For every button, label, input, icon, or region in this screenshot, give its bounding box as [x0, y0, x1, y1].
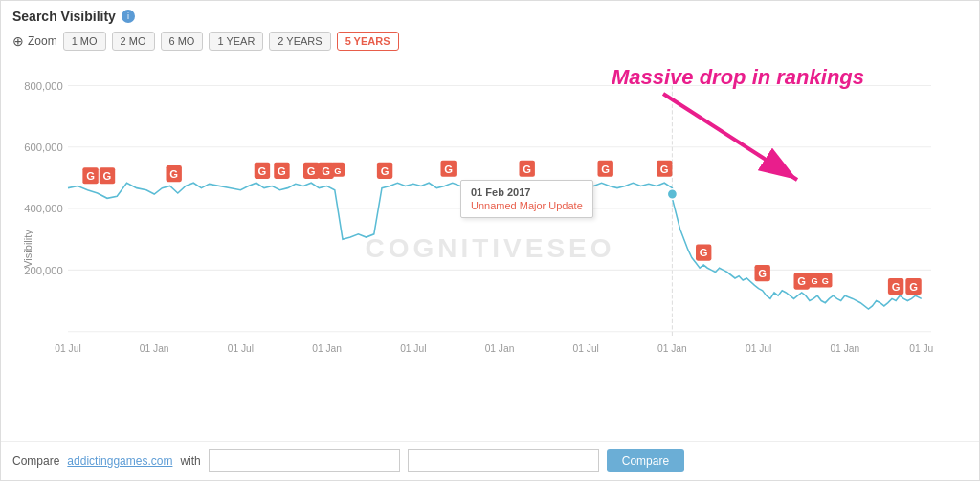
zoom-label: ⊕ Zoom — [12, 33, 57, 49]
compare-input-2[interactable] — [408, 449, 599, 472]
svg-text:01 Ju: 01 Ju — [909, 343, 933, 354]
time-btn-2mo[interactable]: 2 MO — [112, 32, 155, 51]
g-badge-4[interactable]: G — [255, 163, 270, 179]
footer: Compare addictinggames.com with Compare — [1, 441, 979, 480]
svg-text:G: G — [700, 247, 708, 258]
time-btn-2years[interactable]: 2 YEARS — [269, 32, 330, 51]
svg-point-63 — [667, 189, 677, 200]
time-btn-1year[interactable]: 1 YEAR — [209, 32, 263, 51]
tooltip-label: Unnamed Major Update — [471, 200, 583, 211]
g-badge-5[interactable]: G — [274, 163, 289, 179]
g-badge-18[interactable]: G — [818, 273, 832, 288]
svg-text:01 Jul: 01 Jul — [400, 343, 426, 354]
svg-text:G: G — [797, 275, 806, 287]
svg-text:01 Jan: 01 Jan — [485, 343, 515, 354]
main-container: Search Visibility i ⊕ Zoom 1 MO 2 MO 6 M… — [0, 0, 980, 481]
svg-text:600,000: 600,000 — [24, 142, 63, 153]
g-badge-3[interactable]: G — [167, 165, 182, 182]
svg-text:01 Jan: 01 Jan — [312, 343, 342, 354]
svg-text:01 Jan: 01 Jan — [657, 343, 687, 354]
g-badge-19[interactable]: G — [888, 278, 903, 295]
svg-text:G: G — [660, 163, 669, 174]
g-badge-10[interactable]: G — [441, 161, 457, 177]
header: Search Visibility i — [1, 1, 979, 28]
svg-text:400,000: 400,000 — [24, 203, 63, 214]
chart-area: Visibility COGNITIVESEO Massive drop in … — [1, 55, 979, 441]
toolbar: ⊕ Zoom 1 MO 2 MO 6 MO 1 YEAR 2 YEARS 5 Y… — [1, 28, 979, 55]
compare-label: Compare — [12, 454, 59, 468]
svg-text:G: G — [909, 281, 918, 293]
with-label: with — [180, 454, 200, 468]
g-badge-16[interactable]: G — [794, 273, 810, 290]
compare-button[interactable]: Compare — [607, 449, 684, 472]
svg-text:01 Jan: 01 Jan — [830, 343, 859, 354]
svg-text:G: G — [811, 275, 817, 286]
chart-svg: 800,000 600,000 400,000 200,000 01 Jul 0… — [68, 65, 931, 393]
time-btn-5years[interactable]: 5 YEARS — [337, 32, 399, 51]
svg-text:01 Jul: 01 Jul — [228, 343, 254, 354]
svg-text:G: G — [169, 168, 178, 180]
svg-text:G: G — [892, 281, 901, 293]
annotation-text: Massive drop in rankings — [612, 65, 864, 90]
svg-text:01 Jul: 01 Jul — [573, 343, 599, 354]
g-badge-13[interactable]: G — [657, 161, 672, 177]
svg-text:G: G — [103, 170, 112, 182]
tooltip-box: 01 Feb 2017 Unnamed Major Update — [460, 180, 593, 218]
svg-text:G: G — [258, 164, 267, 176]
svg-text:G: G — [278, 164, 286, 176]
time-btn-1mo[interactable]: 1 MO — [63, 32, 106, 51]
svg-text:G: G — [334, 164, 341, 175]
svg-text:800,000: 800,000 — [24, 80, 63, 92]
svg-text:01 Jul: 01 Jul — [55, 343, 80, 354]
info-icon[interactable]: i — [122, 10, 135, 23]
svg-text:G: G — [444, 163, 453, 174]
g-badge-20[interactable]: G — [905, 278, 921, 295]
time-btn-6mo[interactable]: 6 MO — [161, 32, 204, 51]
zoom-icon: ⊕ — [12, 33, 24, 49]
g-badge-2[interactable]: G — [100, 167, 115, 184]
svg-text:G: G — [381, 164, 390, 176]
svg-text:01 Jul: 01 Jul — [746, 343, 771, 354]
tooltip-date: 01 Feb 2017 — [471, 186, 583, 198]
svg-text:G: G — [601, 163, 610, 174]
g-badge-6[interactable]: G — [303, 163, 319, 179]
compare-input-1[interactable] — [209, 449, 400, 472]
svg-text:G: G — [307, 164, 316, 176]
y-axis-label: Visibility — [22, 230, 33, 268]
g-badge-9[interactable]: G — [377, 163, 392, 179]
svg-text:01 Jan: 01 Jan — [140, 343, 169, 354]
g-badge-15[interactable]: G — [755, 265, 770, 281]
compare-link[interactable]: addictinggames.com — [67, 454, 172, 468]
svg-text:G: G — [758, 268, 767, 279]
g-badge-11[interactable]: G — [520, 161, 535, 177]
g-badge-8[interactable]: G — [331, 163, 345, 177]
g-badge-12[interactable]: G — [598, 161, 613, 177]
g-badge-1[interactable]: G — [82, 167, 98, 184]
svg-text:G: G — [86, 170, 95, 182]
svg-text:G: G — [523, 163, 531, 174]
page-title: Search Visibility — [12, 9, 116, 24]
g-badge-14[interactable]: G — [696, 245, 711, 261]
svg-text:G: G — [822, 275, 829, 286]
svg-text:G: G — [322, 164, 330, 176]
